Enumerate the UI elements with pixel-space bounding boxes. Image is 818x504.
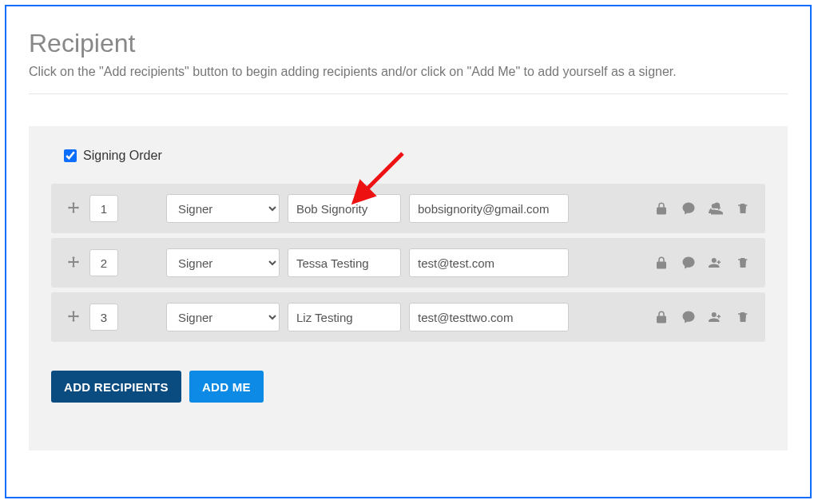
message-icon[interactable]: [681, 200, 697, 216]
row-actions: [653, 200, 751, 216]
delete-icon[interactable]: [735, 200, 751, 216]
page-title: Recipient: [29, 29, 788, 58]
role-select[interactable]: Signer: [166, 194, 280, 223]
name-input[interactable]: [288, 303, 401, 331]
drag-handle-icon[interactable]: [66, 311, 81, 323]
add-person-icon[interactable]: [708, 200, 724, 216]
add-person-icon[interactable]: [708, 309, 724, 325]
header-divider: [29, 93, 788, 94]
add-recipients-button[interactable]: ADD RECIPIENTS: [51, 371, 181, 403]
order-input[interactable]: [89, 249, 118, 276]
recipient-row: Signer: [51, 238, 765, 288]
recipient-row: Signer: [51, 292, 765, 342]
signing-order-label: Signing Order: [83, 149, 162, 163]
order-input[interactable]: [89, 195, 118, 222]
row-actions: [653, 255, 751, 271]
row-actions: [653, 309, 751, 325]
signing-order-row: Signing Order: [64, 149, 765, 163]
email-input[interactable]: [409, 248, 569, 277]
order-input[interactable]: [89, 304, 118, 331]
lock-icon[interactable]: [653, 200, 669, 216]
buttons-row: ADD RECIPIENTS ADD ME: [51, 371, 765, 403]
delete-icon[interactable]: [735, 255, 751, 271]
name-input[interactable]: [288, 194, 401, 223]
add-person-icon[interactable]: [708, 255, 724, 271]
message-icon[interactable]: [681, 255, 697, 271]
lock-icon[interactable]: [653, 309, 669, 325]
app-frame: Recipient Click on the "Add recipients" …: [5, 5, 812, 498]
drag-handle-icon[interactable]: [66, 256, 81, 269]
email-input[interactable]: [409, 194, 569, 223]
role-select[interactable]: Signer: [166, 248, 280, 277]
message-icon[interactable]: [681, 309, 697, 325]
email-input[interactable]: [409, 303, 569, 331]
drag-handle-icon[interactable]: [66, 202, 81, 215]
role-select[interactable]: Signer: [166, 303, 280, 331]
lock-icon[interactable]: [653, 255, 669, 271]
add-me-button[interactable]: ADD ME: [189, 371, 264, 403]
recipients-panel: Signing Order Signer: [29, 126, 788, 450]
delete-icon[interactable]: [735, 309, 751, 325]
name-input[interactable]: [288, 248, 401, 277]
signing-order-checkbox[interactable]: [64, 149, 77, 162]
page-instructions: Click on the "Add recipients" button to …: [29, 65, 788, 79]
recipient-row: Signer: [51, 184, 765, 233]
